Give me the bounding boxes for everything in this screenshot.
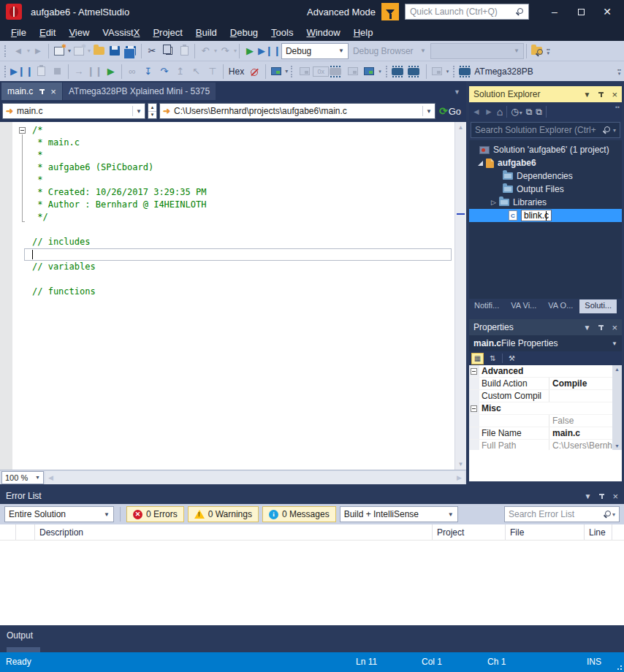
processor-view-button[interactable]: [329, 64, 345, 80]
property-row[interactable]: Build Action Compile: [469, 378, 612, 390]
home-button[interactable]: ⌂: [497, 106, 503, 118]
menu-debug[interactable]: Debug: [224, 25, 265, 40]
property-category-row[interactable]: Misc: [469, 402, 612, 415]
attach-button[interactable]: [34, 64, 50, 80]
autos-glasses-button[interactable]: ∞: [124, 64, 140, 80]
editor-vertical-scrollbar[interactable]: ⇕ ▲ ▼: [454, 122, 466, 470]
collapse-icon[interactable]: [471, 368, 477, 375]
rename-input[interactable]: blink.c: [521, 210, 552, 221]
code-line[interactable]: * Author : Bernhard @ I4HEINLOTH: [0, 199, 454, 211]
code-line[interactable]: * aufgabe6 (SPiCboard): [0, 161, 454, 174]
pin-icon[interactable]: [598, 324, 604, 331]
code-text[interactable]: /* * main.c * * aufgabe6 (SPiCboard) * *…: [0, 124, 454, 298]
window-menu-icon[interactable]: ▼: [585, 492, 592, 500]
menu-vassistx[interactable]: VAssistX: [96, 25, 146, 40]
property-row[interactable]: Custom Compil: [469, 390, 612, 402]
column-description[interactable]: Description: [35, 524, 433, 540]
code-line[interactable]: *: [0, 174, 454, 186]
menu-tools[interactable]: Tools: [265, 25, 300, 40]
tree-item-solution[interactable]: Solution 'aufgabe6' (1 project): [469, 143, 622, 156]
tab-output[interactable]: Output: [7, 630, 33, 641]
column-file[interactable]: File: [506, 524, 585, 540]
error-list-search-input[interactable]: Search Error List ▾: [504, 506, 620, 522]
toolbar-grip[interactable]: [453, 66, 456, 77]
disable-breakpoints-button[interactable]: [247, 64, 263, 80]
run-to-cursor-button[interactable]: ⊤: [205, 64, 221, 80]
stop-debugging-button[interactable]: [50, 64, 66, 80]
navigate-back-button[interactable]: ◄: [10, 43, 26, 59]
io-view-button[interactable]: [361, 64, 377, 80]
tree-item-libraries[interactable]: ▷ Libraries: [469, 196, 622, 209]
file-path-combo[interactable]: ➜ C:\Users\Bernhard\projects\aufgabe6\ma…: [159, 103, 435, 119]
collapse-all-button[interactable]: ⧉: [536, 107, 542, 117]
errors-filter-button[interactable]: ✕ 0 Errors: [126, 506, 184, 522]
window-menu-icon[interactable]: ▼: [584, 324, 591, 332]
pin-icon[interactable]: [598, 91, 604, 98]
navigate-forward-button[interactable]: ►: [30, 43, 46, 59]
messages-filter-button[interactable]: i 0 Messages: [262, 506, 336, 522]
windows-button[interactable]: [268, 64, 284, 80]
registers-button[interactable]: 0x: [313, 66, 329, 77]
scope-combo[interactable]: ➜ main.c ▼: [2, 103, 145, 119]
device-upload-button[interactable]: [408, 64, 424, 80]
menu-help[interactable]: Help: [347, 25, 380, 40]
alphabetical-sort-button[interactable]: ⇅: [487, 353, 499, 364]
property-pages-wrench-icon[interactable]: ⚒: [506, 353, 518, 364]
scroll-up-icon[interactable]: ▲: [612, 367, 622, 372]
menu-view[interactable]: View: [62, 25, 96, 40]
paste-button[interactable]: [176, 43, 192, 59]
spin-up-icon[interactable]: ▲: [148, 104, 156, 112]
scroll-left-icon[interactable]: ◀: [48, 474, 53, 481]
redo-button[interactable]: ↷: [217, 43, 233, 59]
toolbar-grip[interactable]: [4, 45, 7, 57]
continue-button[interactable]: ▶: [103, 64, 119, 80]
editor-horizontal-scrollbar[interactable]: ◀ ▶: [45, 471, 465, 484]
close-icon[interactable]: ×: [612, 491, 618, 502]
column-project[interactable]: Project: [433, 524, 506, 540]
scroll-up-icon[interactable]: ▲: [455, 124, 466, 131]
code-line[interactable]: /*: [0, 124, 454, 137]
code-line[interactable]: * Created: 10/26/2017 3:29:35 PM: [0, 186, 454, 199]
tab-va-view[interactable]: VA Vi...: [506, 299, 541, 313]
menu-build[interactable]: Build: [189, 25, 224, 40]
spin-down-icon[interactable]: ▼: [148, 112, 156, 119]
step-over-button[interactable]: ↷: [156, 64, 172, 80]
tree-item-blink-c[interactable]: C blink.c: [469, 209, 622, 222]
error-list-body[interactable]: [0, 541, 624, 625]
watch-button[interactable]: [429, 64, 445, 80]
cut-button[interactable]: ✂: [144, 43, 160, 59]
device-selector[interactable]: ATmega328PB: [459, 64, 533, 80]
expander-collapsed-icon[interactable]: ▷: [491, 199, 496, 206]
find-in-files-button[interactable]: [529, 43, 545, 59]
toolbar-overflow-button[interactable]: ▪▪▾: [547, 47, 550, 55]
memory-view-button[interactable]: [345, 64, 361, 80]
code-line[interactable]: [0, 273, 454, 286]
device-programming-button[interactable]: [392, 64, 408, 80]
toolbar-overflow-button[interactable]: ▾: [446, 69, 449, 73]
tab-notifications[interactable]: Notifi...: [469, 299, 504, 313]
sync-with-active-document-button[interactable]: ⧉: [526, 107, 533, 117]
fold-collapse-icon[interactable]: [19, 127, 26, 134]
toolbar-overflow-button[interactable]: ▾: [378, 69, 381, 73]
resize-grip[interactable]: [615, 663, 623, 671]
pin-icon[interactable]: [598, 493, 605, 500]
code-line[interactable]: [0, 224, 454, 236]
save-all-button[interactable]: [123, 43, 139, 59]
toolbar-overflow-button[interactable]: ▪▪: [615, 104, 620, 110]
properties-object-combo[interactable]: main.c File Properties ▼: [469, 335, 622, 351]
step-out-button[interactable]: ↥: [172, 64, 189, 80]
hex-toggle-button[interactable]: Hex: [226, 66, 247, 77]
scroll-down-icon[interactable]: ▼: [612, 443, 622, 448]
code-line[interactable]: * main.c: [0, 137, 454, 149]
forward-button[interactable]: ►: [484, 107, 493, 117]
window-menu-icon[interactable]: ▼: [584, 91, 591, 99]
close-button[interactable]: ✕: [596, 2, 618, 21]
scroll-right-icon[interactable]: ▶: [457, 474, 462, 481]
go-button[interactable]: ⟳ Go: [438, 105, 464, 117]
scope-filter-combo[interactable]: Entire Solution ▼: [4, 506, 114, 522]
categorized-view-button[interactable]: ▦: [471, 353, 484, 364]
disassembly-button[interactable]: [297, 64, 313, 80]
cursor-button[interactable]: ↖: [189, 64, 205, 80]
copy-button[interactable]: [160, 43, 176, 59]
flag-column[interactable]: [16, 524, 35, 540]
